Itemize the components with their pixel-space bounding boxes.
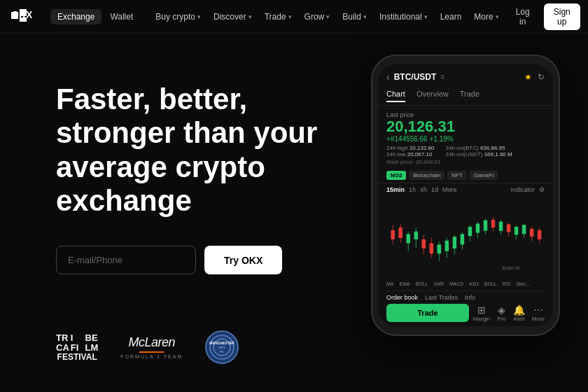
partner-mclaren: McLaren FORMULA 1 TEAM bbox=[120, 335, 183, 359]
nav-more[interactable]: More ▾ bbox=[468, 9, 504, 24]
nav-tabs: Exchange Wallet bbox=[50, 9, 140, 24]
nav-items: Buy crypto ▾ Discover ▾ Trade ▾ Grow ▾ B… bbox=[150, 9, 504, 24]
chevron-down-icon: ▾ bbox=[248, 13, 252, 20]
nav-trade[interactable]: Trade ▾ bbox=[259, 9, 298, 24]
nav-right: Log in Sign up bbox=[507, 4, 588, 30]
svg-text:FC: FC bbox=[220, 350, 224, 354]
chevron-down-icon: ▾ bbox=[197, 13, 201, 20]
chevron-down-icon: ▾ bbox=[363, 13, 367, 20]
nav-grow[interactable]: Grow ▾ bbox=[299, 9, 336, 24]
nav-institutional[interactable]: Institutional ▾ bbox=[374, 9, 433, 24]
tab-wallet[interactable]: Wallet bbox=[103, 9, 140, 24]
nav-learn[interactable]: Learn bbox=[435, 9, 468, 24]
partner-tribeca: TR I BE CA FI LM FESTIVAL bbox=[56, 333, 98, 362]
email-phone-input[interactable] bbox=[56, 246, 196, 274]
tab-exchange[interactable]: Exchange bbox=[50, 9, 102, 24]
svg-text:CITY: CITY bbox=[219, 346, 225, 349]
svg-text:OKX: OKX bbox=[11, 9, 33, 20]
mclaren-stripe bbox=[139, 351, 164, 353]
partner-mancity: MANCHESTER CITY FC bbox=[205, 330, 239, 364]
chevron-down-icon: ▾ bbox=[424, 13, 428, 20]
hero-form: Try OKX bbox=[56, 246, 588, 274]
navbar: OKX Exchange Wallet Buy crypto ▾ Discove… bbox=[0, 0, 588, 34]
hero-content: Faster, better, stronger than your avera… bbox=[0, 34, 588, 392]
nav-buy-crypto[interactable]: Buy crypto ▾ bbox=[150, 9, 206, 24]
login-button[interactable]: Log in bbox=[507, 4, 538, 30]
signup-button[interactable]: Sign up bbox=[544, 4, 580, 30]
chevron-down-icon: ▾ bbox=[288, 13, 292, 20]
hero-title: Faster, better, stronger than your avera… bbox=[56, 83, 336, 218]
chevron-down-icon: ▾ bbox=[496, 13, 499, 20]
partners-section: TR I BE CA FI LM FESTIVAL McLaren FORMUL… bbox=[56, 330, 588, 364]
hero-section: Faster, better, stronger than your avera… bbox=[0, 34, 588, 392]
okx-logo[interactable]: OKX bbox=[11, 9, 42, 24]
chevron-down-icon: ▾ bbox=[326, 13, 330, 20]
nav-build[interactable]: Build ▾ bbox=[337, 9, 372, 24]
svg-text:MANCHESTER: MANCHESTER bbox=[210, 341, 235, 345]
try-okx-button[interactable]: Try OKX bbox=[204, 246, 282, 274]
nav-discover[interactable]: Discover ▾ bbox=[208, 9, 258, 24]
